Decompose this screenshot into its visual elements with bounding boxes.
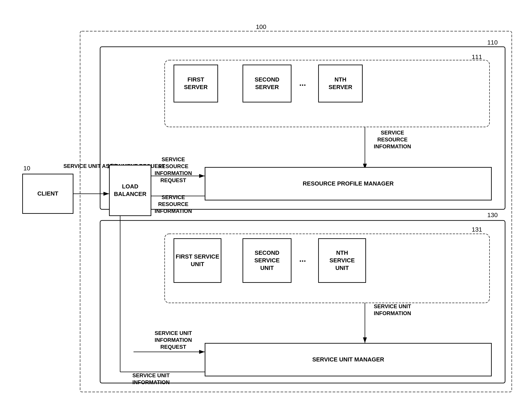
client-label: CLIENT bbox=[37, 190, 58, 198]
second-server-box: SECONDSERVER bbox=[243, 65, 292, 102]
service-unit-manager-label: SERVICE UNIT MANAGER bbox=[312, 356, 384, 363]
ref-100: 100 bbox=[256, 23, 266, 30]
service-unit-info-back-label: SERVICE UNITINFORMATION bbox=[132, 372, 170, 386]
client-box: CLIENT bbox=[22, 174, 73, 214]
resource-profile-manager-box: RESOURCE PROFILE MANAGER bbox=[205, 167, 492, 200]
second-service-unit-box: SECONDSERVICEUNIT bbox=[243, 238, 292, 283]
second-server-label: SECONDSERVER bbox=[255, 76, 279, 91]
diagram-container: 100 110 111 112 130 131 132 10 150 CLIEN… bbox=[11, 11, 521, 405]
ref-130: 130 bbox=[487, 212, 498, 219]
ellipsis-servers: ... bbox=[299, 78, 306, 89]
nth-server-box: NTHSERVER bbox=[318, 65, 363, 102]
service-unit-info-132-label: SERVICE UNITINFORMATION bbox=[374, 303, 411, 317]
service-unit-manager-box: SERVICE UNIT MANAGER bbox=[205, 343, 492, 376]
service-resource-info-request-label: SERVICERESOURCEINFORMATIONREQUEST bbox=[155, 156, 192, 184]
second-service-unit-label: SECONDSERVICEUNIT bbox=[254, 249, 280, 272]
resource-profile-manager-label: RESOURCE PROFILE MANAGER bbox=[303, 180, 394, 188]
service-resource-info-112-label: SERVICERESOURCEINFORMATION bbox=[374, 129, 411, 150]
nth-service-unit-label: NTHSERVICEUNIT bbox=[330, 249, 355, 272]
nth-service-unit-box: NTHSERVICEUNIT bbox=[318, 238, 366, 283]
load-balancer-box: LOADBALANCER bbox=[109, 165, 151, 216]
service-unit-info-request-label: SERVICE UNITINFORMATIONREQUEST bbox=[155, 330, 192, 350]
first-service-unit-label: FIRST SERVICE UNIT bbox=[174, 253, 221, 268]
ellipsis-service-units: ... bbox=[299, 254, 306, 264]
first-server-label: FIRSTSERVER bbox=[184, 76, 208, 91]
nth-server-label: NTHSERVER bbox=[329, 76, 352, 91]
first-server-box: FIRSTSERVER bbox=[173, 65, 218, 102]
ref-131: 131 bbox=[472, 226, 482, 233]
first-service-unit-box: FIRST SERVICE UNIT bbox=[173, 238, 221, 283]
ref-111: 111 bbox=[472, 53, 482, 60]
service-resource-info-back-label: SERVICERESOURCEINFORMATION bbox=[155, 194, 192, 215]
load-balancer-label: LOADBALANCER bbox=[114, 183, 146, 198]
ref-110: 110 bbox=[487, 39, 498, 46]
ref-10: 10 bbox=[23, 165, 30, 172]
